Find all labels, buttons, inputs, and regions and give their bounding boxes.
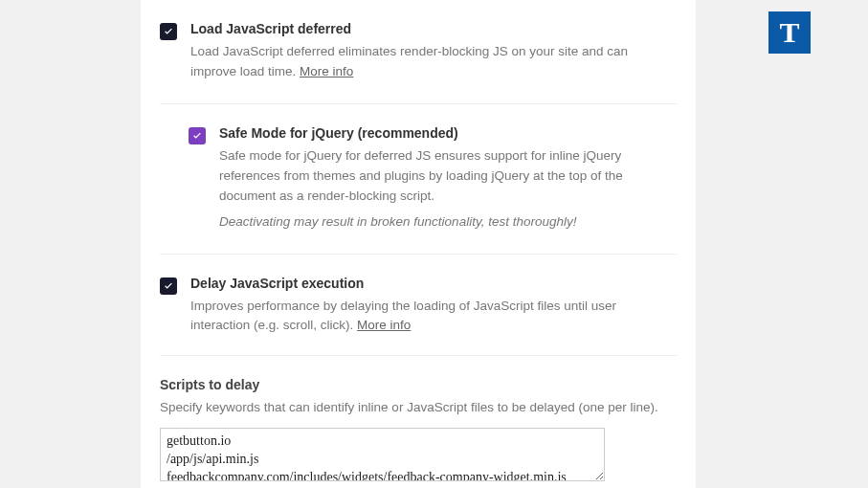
theme-badge-letter: T	[779, 16, 799, 49]
delay-execution-title: Delay JavaScript execution	[190, 276, 677, 291]
scripts-to-delay-description: Specify keywords that can identify inlin…	[160, 398, 677, 418]
load-deferred-description: Load JavaScript deferred eliminates rend…	[190, 42, 677, 82]
checkbox-load-deferred[interactable]	[160, 23, 177, 40]
theme-badge[interactable]: T	[768, 11, 811, 54]
safe-mode-description: Safe mode for jQuery for deferred JS ens…	[219, 146, 677, 207]
scripts-to-delay-textarea[interactable]	[160, 428, 605, 481]
delay-execution-description: Improves performance by delaying the loa…	[190, 297, 677, 337]
checkbox-safe-mode[interactable]	[189, 127, 206, 144]
section-safe-mode: Safe Mode for jQuery (recommended) Safe …	[160, 103, 677, 254]
checkbox-delay-execution[interactable]	[160, 277, 177, 295]
check-icon	[163, 280, 174, 292]
check-icon	[191, 130, 203, 142]
section-load-deferred: Load JavaScript deferred Load JavaScript…	[160, 0, 677, 103]
scripts-to-delay-title: Scripts to delay	[160, 377, 677, 392]
load-deferred-more-info-link[interactable]: More info	[300, 64, 353, 78]
check-icon	[163, 26, 174, 37]
safe-mode-title: Safe Mode for jQuery (recommended)	[219, 125, 677, 141]
load-deferred-title: Load JavaScript deferred	[190, 21, 677, 36]
section-delay-execution: Delay JavaScript execution Improves perf…	[160, 254, 677, 488]
settings-panel: Load JavaScript deferred Load JavaScript…	[141, 0, 696, 488]
safe-mode-warning: Deactivating may result in broken functi…	[219, 212, 677, 233]
delay-execution-more-info-link[interactable]: More info	[357, 318, 411, 332]
